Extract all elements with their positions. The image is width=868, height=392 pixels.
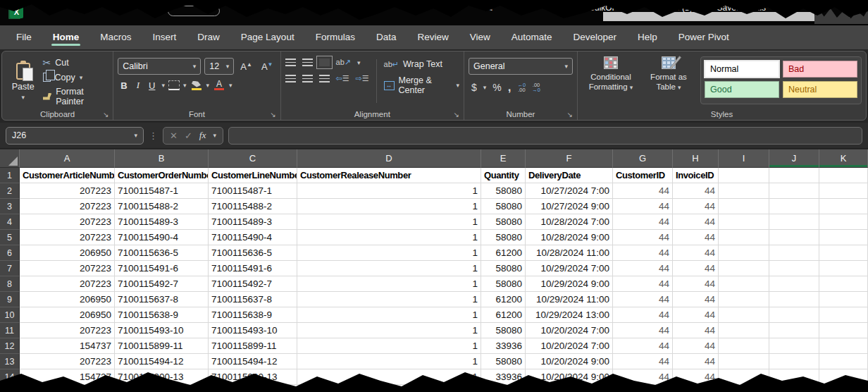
column-header-E[interactable]: E xyxy=(481,149,526,168)
cell-D8[interactable]: 1 xyxy=(297,276,481,292)
cell-B11[interactable]: 7100115493-10 xyxy=(115,323,209,338)
ribbon-tab-data[interactable]: Data xyxy=(367,27,406,48)
font-name-combo[interactable]: Calibri ▾ xyxy=(118,58,201,75)
currency-format-button[interactable]: $ xyxy=(471,82,477,93)
decrease-font-size-button[interactable]: A▼ xyxy=(259,61,276,72)
cell-K1[interactable] xyxy=(819,168,868,183)
cell-K14[interactable] xyxy=(819,369,868,385)
font-color-button[interactable]: A xyxy=(213,80,225,90)
cell-I7[interactable] xyxy=(719,261,769,276)
chevron-down-icon[interactable]: ▾ xyxy=(483,84,487,91)
cell-B9[interactable]: 7100115637-8 xyxy=(115,292,209,307)
row-header-1[interactable]: 1 xyxy=(0,168,20,183)
column-header-B[interactable]: B xyxy=(115,149,209,168)
comma-format-button[interactable]: , xyxy=(508,80,512,94)
cell-D1[interactable]: CustomerRealeaseNumber xyxy=(297,168,481,183)
cell-I11[interactable] xyxy=(719,323,769,338)
cell-I6[interactable] xyxy=(719,245,769,261)
ribbon-tab-insert[interactable]: Insert xyxy=(144,27,186,48)
cell-K12[interactable] xyxy=(819,338,868,354)
cell-G11[interactable]: 44 xyxy=(613,323,673,338)
cell-G3[interactable]: 44 xyxy=(613,199,673,214)
decrease-decimal-button[interactable]: .00→0 xyxy=(532,82,540,92)
cell-C8[interactable]: 7100115492-7 xyxy=(209,276,297,292)
cell-K2[interactable] xyxy=(819,183,868,199)
cell-D12[interactable]: 1 xyxy=(297,338,481,354)
cell-F12[interactable]: 10/20/2024 7:00 xyxy=(526,338,613,354)
cell-J14[interactable] xyxy=(769,369,819,385)
row-header-2[interactable]: 2 xyxy=(0,183,20,199)
row-header-5[interactable]: 5 xyxy=(0,230,20,245)
row-header-12[interactable]: 12 xyxy=(0,338,20,354)
cell-C4[interactable]: 7100115489-3 xyxy=(209,214,297,230)
cell-B12[interactable]: 7100115899-11 xyxy=(115,338,209,354)
cell-style-neutral[interactable]: Neutral xyxy=(783,81,857,98)
enter-icon[interactable]: ✓ xyxy=(185,130,192,141)
cell-H10[interactable]: 44 xyxy=(673,307,719,323)
cell-I10[interactable] xyxy=(719,307,769,323)
cell-H1[interactable]: InvoiceID xyxy=(673,168,719,183)
cell-F4[interactable]: 10/28/2024 7:00 xyxy=(526,214,613,230)
cell-I14[interactable] xyxy=(719,369,769,385)
cell-H8[interactable]: 44 xyxy=(673,276,719,292)
cell-J1[interactable] xyxy=(769,168,819,183)
borders-icon[interactable] xyxy=(168,80,180,90)
cell-I8[interactable] xyxy=(719,276,769,292)
cell-E7[interactable]: 58080 xyxy=(481,261,526,276)
cell-K5[interactable] xyxy=(819,230,868,245)
cell-D13[interactable]: 1 xyxy=(297,354,481,369)
cell-A4[interactable]: 207223 xyxy=(20,214,115,230)
cell-D4[interactable]: 1 xyxy=(297,214,481,230)
cell-E5[interactable]: 58080 xyxy=(481,230,526,245)
ribbon-tab-automate[interactable]: Automate xyxy=(502,27,562,48)
row-header-6[interactable]: 6 xyxy=(0,245,20,261)
cell-I9[interactable] xyxy=(719,292,769,307)
cell-F6[interactable]: 10/28/2024 11:00 xyxy=(526,245,613,261)
cell-C11[interactable]: 7100115493-10 xyxy=(209,323,297,338)
cell-E14[interactable]: 33936 xyxy=(481,369,526,385)
chevron-down-icon[interactable]: ▾ xyxy=(213,132,217,139)
cell-D2[interactable]: 1 xyxy=(297,183,481,199)
cell-G7[interactable]: 44 xyxy=(613,261,673,276)
dialog-launcher-icon[interactable]: ↘ xyxy=(567,111,573,118)
underline-button[interactable]: U xyxy=(146,80,158,91)
insert-function-icon[interactable]: fx xyxy=(199,130,206,141)
row-header-7[interactable]: 7 xyxy=(0,261,20,276)
cell-K11[interactable] xyxy=(819,323,868,338)
ribbon-tab-page-layout[interactable]: Page Layout xyxy=(232,27,304,48)
cell-F10[interactable]: 10/29/2024 13:00 xyxy=(526,307,613,323)
cell-K4[interactable] xyxy=(819,214,868,230)
cell-K7[interactable] xyxy=(819,261,868,276)
chevron-down-icon[interactable]: ▾ xyxy=(357,59,361,66)
cell-F9[interactable]: 10/29/2024 11:00 xyxy=(526,292,613,307)
cell-H13[interactable]: 44 xyxy=(673,354,719,369)
percent-format-button[interactable]: % xyxy=(492,82,501,93)
cell-J5[interactable] xyxy=(769,230,819,245)
cell-J7[interactable] xyxy=(769,261,819,276)
cell-I12[interactable] xyxy=(719,338,769,354)
cell-J8[interactable] xyxy=(769,276,819,292)
cell-H11[interactable]: 44 xyxy=(673,323,719,338)
cell-A5[interactable]: 207223 xyxy=(20,230,115,245)
column-header-D[interactable]: D xyxy=(297,149,481,168)
cell-style-bad[interactable]: Bad xyxy=(783,61,857,78)
cell-F11[interactable]: 10/20/2024 7:00 xyxy=(526,323,613,338)
cell-E1[interactable]: Quantity xyxy=(481,168,526,183)
ribbon-tab-help[interactable]: Help xyxy=(628,27,666,48)
cell-I2[interactable] xyxy=(719,183,769,199)
cell-B13[interactable]: 7100115494-12 xyxy=(115,354,209,369)
number-format-combo[interactable]: General ▾ xyxy=(469,58,573,75)
cell-D9[interactable]: 1 xyxy=(297,292,481,307)
ribbon-tab-view[interactable]: View xyxy=(461,27,500,48)
cell-D11[interactable]: 1 xyxy=(297,323,481,338)
cell-E6[interactable]: 61200 xyxy=(481,245,526,261)
column-header-H[interactable]: H xyxy=(673,149,719,168)
cell-C12[interactable]: 7100115899-11 xyxy=(209,338,297,354)
cell-H3[interactable]: 44 xyxy=(673,199,719,214)
cell-E3[interactable]: 58080 xyxy=(481,199,526,214)
row-header-10[interactable]: 10 xyxy=(0,307,20,323)
cell-A8[interactable]: 207223 xyxy=(20,276,115,292)
cell-C14[interactable]: 7100115900-13 xyxy=(209,369,297,385)
cell-style-normal[interactable]: Normal xyxy=(705,61,779,78)
bold-button[interactable]: B xyxy=(118,80,130,91)
